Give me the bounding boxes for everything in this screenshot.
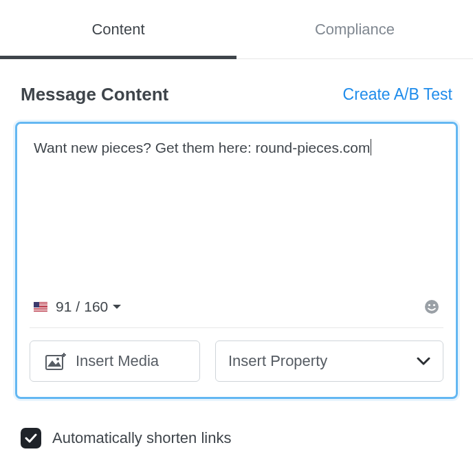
tab-compliance-label: Compliance <box>315 21 395 39</box>
page-title: Message Content <box>21 84 168 105</box>
char-sep: / <box>76 299 80 315</box>
shorten-links-label: Automatically shorten links <box>52 429 231 447</box>
us-flag-icon <box>34 302 47 312</box>
insert-media-button[interactable]: Insert Media <box>30 340 200 382</box>
tab-compliance[interactable]: Compliance <box>236 0 473 58</box>
char-max: 160 <box>84 299 108 315</box>
tab-content-label: Content <box>91 21 144 39</box>
insert-property-label: Insert Property <box>228 352 327 370</box>
tab-content[interactable]: Content <box>0 0 236 58</box>
svg-rect-3 <box>46 356 63 369</box>
message-text: Want new pieces? Get them here: round-pi… <box>34 140 370 155</box>
shorten-links-row: Automatically shorten links <box>0 399 473 448</box>
svg-point-1 <box>428 304 430 306</box>
text-cursor <box>371 139 371 155</box>
shorten-links-checkbox[interactable] <box>21 428 41 448</box>
chevron-down-icon <box>417 356 430 366</box>
check-icon <box>25 433 37 443</box>
tabs: Content Compliance <box>0 0 473 59</box>
editor-actions: Insert Media Insert Property <box>30 328 443 382</box>
svg-point-2 <box>433 304 435 306</box>
svg-point-0 <box>425 300 439 314</box>
counter-left: 91 / 160 <box>34 299 122 315</box>
counter-row: 91 / 160 <box>30 294 443 328</box>
image-plus-icon <box>45 352 66 370</box>
create-ab-test-link[interactable]: Create A/B Test <box>343 85 452 104</box>
insert-media-label: Insert Media <box>76 352 159 370</box>
emoji-picker-button[interactable] <box>424 299 439 314</box>
char-used: 91 <box>56 299 72 315</box>
section-header: Message Content Create A/B Test <box>0 59 473 122</box>
message-editor: Want new pieces? Get them here: round-pi… <box>15 122 458 399</box>
message-textarea[interactable]: Want new pieces? Get them here: round-pi… <box>30 129 443 294</box>
char-counter[interactable]: 91 / 160 <box>56 299 122 315</box>
caret-down-icon <box>112 303 122 310</box>
smiley-icon <box>424 299 439 314</box>
svg-point-4 <box>56 358 59 360</box>
insert-property-select[interactable]: Insert Property <box>215 340 443 382</box>
